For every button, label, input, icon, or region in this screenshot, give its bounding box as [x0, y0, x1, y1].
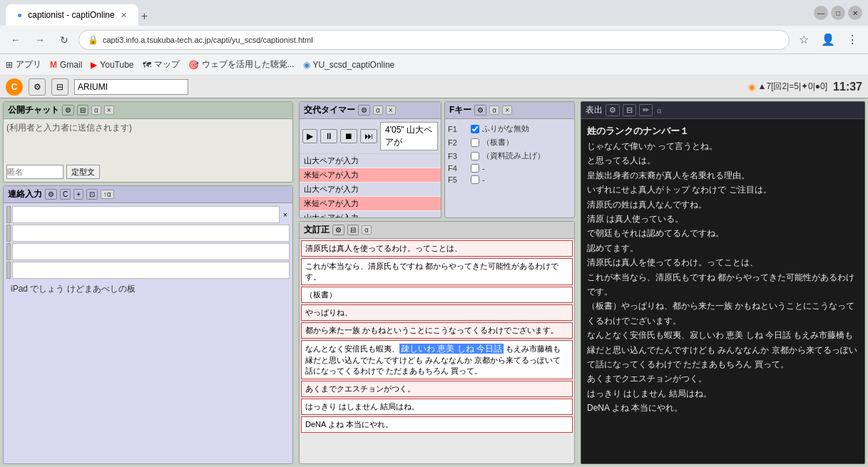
buntei-settings-button[interactable]: ⚙: [332, 225, 344, 235]
timer-pause-button[interactable]: ⏸: [320, 129, 337, 143]
bookmark-apps-label: アプリ: [16, 58, 41, 71]
buntei-row-4[interactable]: やっぱりね、: [301, 304, 573, 321]
renraku-settings-button[interactable]: ⚙: [45, 189, 57, 200]
timer-item-3: 山大ペアが入力: [300, 183, 441, 197]
forward-button[interactable]: →: [30, 30, 50, 50]
fkey-row-f2: F2 （板書）: [448, 135, 571, 149]
maximize-button[interactable]: □: [831, 6, 845, 20]
timer-alpha-badge: α: [373, 106, 383, 115]
timer-item-1: 山大ペアが入力: [300, 154, 441, 168]
chat-name-input[interactable]: [6, 165, 63, 179]
fkey-row-f1: F1 ふりがな無効: [448, 122, 571, 135]
buntei-row-3[interactable]: （板書）: [301, 287, 573, 303]
renraku-refresh-button[interactable]: C: [60, 189, 71, 200]
timer-skip-button[interactable]: ⏭: [360, 129, 377, 143]
fkey-f3-label: F3: [448, 152, 468, 160]
apps-icon: ⊞: [6, 60, 13, 70]
buntei-row-1[interactable]: 清原氏は真人を使ってるわけ。ってことは、: [301, 240, 573, 257]
app-topbar: C ⚙ ⊟ ◉ ▲7[回2|=5|✦0|●0] 11:37: [0, 76, 868, 98]
renraku-bar-1: [6, 206, 11, 223]
tab-close-button[interactable]: ✕: [121, 11, 127, 20]
fkey-f4-label: F4: [448, 164, 468, 173]
address-text: capti3.info.a.tsukuba-tech.ac.jp/capti/y…: [103, 36, 780, 44]
fkey-settings-button[interactable]: ⚙: [474, 105, 486, 116]
hyoji-line-8: で朝廷もそれは認めてるんですね。: [587, 226, 859, 240]
username-input[interactable]: [74, 79, 188, 95]
topbar-status: ◉ ▲7[回2|=5|✦0|●0]: [748, 81, 828, 93]
back-button[interactable]: ←: [6, 30, 26, 50]
app-settings-button[interactable]: ⚙: [29, 78, 46, 96]
hyoji-title: 表出: [586, 104, 603, 116]
hyoji-line-4: 皇族出身者の末裔が真人を名乗れる理由。: [587, 168, 859, 183]
hyoji-pen-button[interactable]: ✏: [639, 104, 653, 116]
fkey-f5-checkbox[interactable]: [471, 175, 479, 184]
bookmark-apps[interactable]: ⊞ アプリ: [6, 58, 41, 71]
address-bar[interactable]: 🔒 capti3.info.a.tsukuba-tech.ac.jp/capti…: [78, 30, 790, 50]
menu-button[interactable]: ⋮: [842, 30, 862, 50]
renraku-link-button[interactable]: ⊡: [86, 189, 98, 200]
buntei-icon2-button[interactable]: ⊟: [347, 225, 359, 235]
browser-toolbar: ← → ↻ 🔒 capti3.info.a.tsukuba-tech.ac.jp…: [0, 26, 868, 54]
renraku-text-4[interactable]: [12, 262, 290, 279]
buntei-content: 清原氏は真人を使ってるわけ。ってことは、 これが本当なら、清原氏もですね 都から…: [300, 239, 574, 463]
app-copy-button[interactable]: ⊟: [51, 78, 68, 96]
bookmark-yu[interactable]: ◉ YU_scsd_captiOnline: [303, 60, 395, 70]
bookmark-gmail[interactable]: M Gmail: [50, 60, 82, 70]
hyoji-line-14: あくまでクエスチョンがつく。: [587, 371, 859, 386]
renraku-text-3[interactable]: [12, 243, 290, 260]
chat-alpha-badge: α: [91, 106, 101, 115]
youtube-icon: ▶: [91, 60, 97, 70]
renraku-row-1: ×: [6, 206, 290, 223]
app-main: 公開チャット ⚙ ⊟ α × (利用者と入力者に送信されます) 定型文 連絡入力: [0, 98, 868, 467]
minimize-button[interactable]: —: [814, 6, 828, 20]
timer-play-button[interactable]: ▶: [302, 129, 317, 143]
timer-close-button[interactable]: ×: [386, 106, 396, 115]
hyoji-line-16: DeNA よね 本当にやれ。: [587, 401, 859, 415]
fkey-close-button[interactable]: ×: [502, 106, 512, 115]
fkey-f3-checkbox[interactable]: [471, 152, 479, 160]
renraku-text-2[interactable]: [12, 225, 290, 242]
refresh-button[interactable]: ↻: [54, 30, 74, 50]
timer-settings-button[interactable]: ⚙: [358, 105, 370, 116]
close-button[interactable]: ✕: [848, 6, 862, 20]
hyoji-icon2-button[interactable]: ⊟: [623, 104, 636, 116]
active-tab[interactable]: ● captionist - captiOnline ✕: [6, 4, 138, 26]
highlight-1: 疎しいわ 恵美 しね 今日話: [399, 344, 504, 354]
fkey-f1-label: F1: [448, 125, 468, 133]
bookmark-maps[interactable]: 🗺 マップ: [143, 58, 180, 71]
buntei-title: 文訂正: [304, 224, 330, 236]
address-lock-icon: 🔒: [88, 35, 98, 45]
hyoji-line-2: じゃなんで偉いか って言うとね。: [587, 139, 859, 153]
profile-button[interactable]: 👤: [818, 30, 838, 50]
gmail-icon: M: [50, 60, 57, 70]
bookmark-web[interactable]: 🎯 ウェブを活用した聴覚...: [188, 58, 295, 71]
buntei-row-7[interactable]: あくまでクエスチョンがつく。: [301, 381, 573, 397]
renraku-add-button[interactable]: +: [73, 189, 83, 200]
fkey-f4-checkbox[interactable]: [471, 164, 479, 173]
panel-middle: 交代タイマー ⚙ α × ▶ ⏸ ⏹ ⏭ 4'05" 山大ペアが 山大ペアが入力: [296, 98, 578, 467]
buntei-row-6[interactable]: なんとなく安倍氏も蝦夷、疎しいわ 恵美 しね 今日話 もえみ市藤橋も縁だと思い込…: [301, 340, 573, 379]
chat-settings-button[interactable]: ⚙: [62, 105, 74, 116]
hyoji-settings-button[interactable]: ⚙: [606, 104, 620, 116]
bookmark-star-button[interactable]: ☆: [794, 30, 814, 50]
renraku-text-1[interactable]: [12, 206, 280, 223]
chat-template-button[interactable]: 定型文: [66, 165, 100, 179]
buntei-row-2[interactable]: これが本当なら、清原氏もですね 都からやってきた可能性があるわけです。: [301, 258, 573, 285]
renraku-row-3: [6, 243, 290, 260]
fkey-f2-checkbox[interactable]: [471, 138, 479, 147]
fkey-f1-checkbox[interactable]: [471, 125, 479, 133]
renraku-close-1[interactable]: ×: [281, 206, 290, 223]
chat-close-button[interactable]: ×: [104, 106, 114, 115]
logo-text: C: [11, 82, 18, 92]
timer-display: 4'05" 山大ペアが: [380, 122, 438, 150]
buntei-row-8[interactable]: はっきり はしません 結局はね。: [301, 399, 573, 415]
buntei-row-9[interactable]: DeNA よね 本当にやれ。: [301, 416, 573, 433]
buntei-row-5[interactable]: 都から来た一族 かもねということにこうなってくるわけでございます。: [301, 322, 573, 339]
new-tab-button[interactable]: +: [141, 10, 148, 23]
chat-icon2-button[interactable]: ⊟: [77, 105, 88, 116]
app-logo: C: [6, 78, 23, 96]
hyoji-line-3: と思ってる人は。: [587, 153, 859, 168]
timer-stop-button[interactable]: ⏹: [340, 129, 357, 143]
bookmark-youtube[interactable]: ▶ YouTube: [91, 60, 133, 70]
renraku-header: 連絡入力 ⚙ C + ⊡ ↑α: [4, 186, 292, 203]
